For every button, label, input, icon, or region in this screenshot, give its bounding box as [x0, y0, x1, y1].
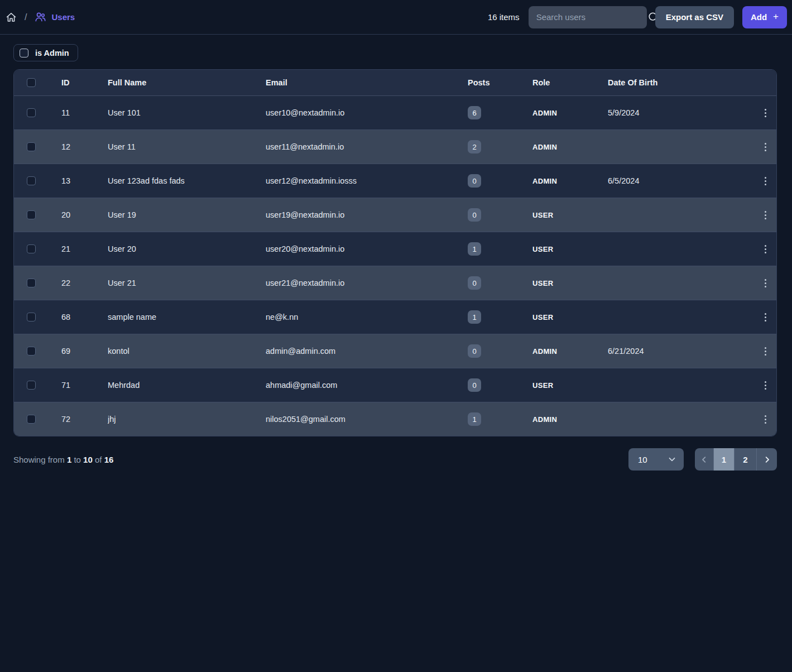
cell-email: user19@nextadmin.io [266, 210, 468, 219]
cell-date-of-birth: 6/21/2024 [608, 347, 757, 356]
kebab-menu-icon[interactable] [762, 379, 769, 392]
kebab-menu-icon[interactable] [762, 413, 769, 426]
row-checkbox[interactable] [27, 244, 36, 253]
cell-id: 69 [61, 347, 108, 356]
posts-badge: 1 [468, 412, 481, 426]
add-button-label: Add [751, 12, 767, 22]
column-header-name[interactable]: Full Name [108, 78, 266, 87]
users-table: ID Full Name Email Posts Role Date Of Bi… [13, 69, 777, 436]
breadcrumb-separator: / [25, 12, 27, 22]
cell-role: ADMIN [532, 143, 608, 151]
cell-full-name: User 20 [108, 244, 266, 253]
cell-role: USER [532, 211, 608, 219]
prev-page-button[interactable] [695, 448, 714, 471]
cell-full-name: sample name [108, 313, 266, 321]
table-row: 21 User 20 user20@nextadmin.io 1 USER [14, 232, 776, 266]
row-checkbox[interactable] [27, 381, 36, 390]
row-checkbox[interactable] [27, 347, 36, 356]
row-checkbox[interactable] [27, 279, 36, 287]
table-row: 11 User 101 user10@nextadmin.io 6 ADMIN … [14, 95, 776, 129]
row-checkbox[interactable] [27, 210, 36, 219]
cell-role: USER [532, 313, 608, 321]
is-admin-checkbox[interactable] [20, 49, 28, 57]
kebab-menu-icon[interactable] [762, 175, 769, 188]
home-icon[interactable] [6, 12, 17, 23]
kebab-menu-icon[interactable] [762, 107, 769, 119]
cell-id: 72 [61, 415, 108, 424]
chevron-left-icon [700, 456, 708, 463]
showing-of-word: of [95, 455, 102, 464]
showing-total: 16 [104, 455, 114, 464]
next-page-button[interactable] [757, 448, 777, 471]
kebab-menu-icon[interactable] [762, 141, 769, 153]
cell-email: user12@nextadmin.iosss [266, 176, 468, 185]
cell-role: ADMIN [532, 415, 608, 424]
cell-email: user10@nextadmin.io [266, 108, 468, 117]
cell-email: user11@nextadmin.io [266, 142, 468, 151]
table-header-row: ID Full Name Email Posts Role Date Of Bi… [14, 70, 776, 95]
posts-badge: 0 [468, 276, 481, 290]
filter-bar: is Admin [0, 35, 792, 61]
page-button-1[interactable]: 1 [714, 448, 735, 471]
cell-full-name: Mehrdad [108, 381, 266, 390]
kebab-menu-icon[interactable] [762, 345, 769, 358]
cell-email: user20@nextadmin.io [266, 244, 468, 253]
column-header-id[interactable]: ID [61, 78, 108, 87]
is-admin-filter[interactable]: is Admin [13, 44, 78, 61]
row-checkbox[interactable] [27, 415, 36, 424]
row-checkbox[interactable] [27, 108, 36, 117]
row-checkbox[interactable] [27, 142, 36, 151]
cell-full-name: User 123ad fdas fads [108, 176, 266, 185]
page-size-select[interactable]: 10 [628, 448, 684, 471]
cell-id: 13 [61, 176, 108, 185]
cell-role: ADMIN [532, 109, 608, 117]
cell-email: nilos2051@gmail.com [266, 415, 468, 424]
posts-badge: 1 [468, 242, 481, 256]
search-input[interactable] [536, 12, 647, 22]
cell-full-name: kontol [108, 347, 266, 356]
search-box [529, 6, 647, 28]
cell-role: ADMIN [532, 177, 608, 185]
cell-email: ahmadi@gmail.com [266, 381, 468, 390]
topbar: / Users 16 items Expor [0, 0, 792, 35]
posts-badge: 0 [468, 378, 481, 392]
cell-id: 12 [61, 142, 108, 151]
posts-badge: 0 [468, 344, 481, 358]
column-header-email[interactable]: Email [266, 78, 468, 87]
pagination: 1 2 [695, 448, 777, 471]
kebab-menu-icon[interactable] [762, 311, 769, 324]
cell-full-name: User 19 [108, 210, 266, 219]
breadcrumb-current-label: Users [51, 12, 75, 22]
breadcrumb-users-link[interactable]: Users [35, 11, 75, 23]
table-row: 20 User 19 user19@nextadmin.io 0 USER [14, 198, 776, 232]
kebab-menu-icon[interactable] [762, 243, 769, 256]
column-header-dob[interactable]: Date Of Birth [608, 78, 757, 87]
column-header-role[interactable]: Role [532, 78, 608, 87]
cell-full-name: User 101 [108, 108, 266, 117]
table-row: 68 sample name ne@k.nn 1 USER [14, 300, 776, 334]
items-count: 16 items [488, 12, 520, 22]
cell-id: 11 [61, 108, 108, 117]
cell-role: USER [532, 381, 608, 390]
table-row: 22 User 21 user21@nextadmin.io 0 USER [14, 266, 776, 300]
cell-full-name: User 11 [108, 142, 266, 151]
export-csv-button[interactable]: Export as CSV [655, 6, 734, 28]
select-all-checkbox[interactable] [27, 78, 36, 87]
add-button[interactable]: Add + [742, 6, 787, 28]
showing-to: 10 [83, 455, 93, 464]
cell-role: ADMIN [532, 347, 608, 356]
breadcrumb: / Users [6, 11, 75, 23]
row-checkbox[interactable] [27, 176, 36, 185]
kebab-menu-icon[interactable] [762, 209, 769, 222]
table-row: 71 Mehrdad ahmadi@gmail.com 0 USER [14, 368, 776, 402]
showing-to-word: to [74, 455, 81, 464]
page-button-2[interactable]: 2 [735, 448, 757, 471]
kebab-menu-icon[interactable] [762, 277, 769, 290]
page-size-value: 10 [638, 455, 668, 464]
table-footer: Showing from 1 to 10 of 16 10 1 [13, 448, 777, 471]
table-row: 69 kontol admin@admin.com 0 ADMIN 6/21/2… [14, 334, 776, 368]
users-icon [35, 11, 46, 23]
row-checkbox[interactable] [27, 313, 36, 321]
cell-id: 20 [61, 210, 108, 219]
column-header-posts[interactable]: Posts [468, 78, 532, 87]
